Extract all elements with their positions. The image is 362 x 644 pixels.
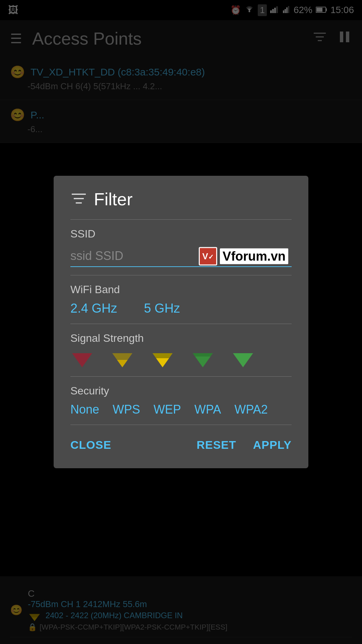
modal-overlay: Filter SSID V✓ Vforum.vn WiFi Band [0,0,362,644]
divider-1 [70,219,292,220]
vforum-text: Vforum.vn [220,249,288,264]
ssid-label: SSID [70,228,292,240]
vforum-watermark: V✓ Vforum.vn [199,247,288,266]
signal-level-3[interactable] [151,350,174,368]
ssid-section: SSID V✓ Vforum.vn [70,228,292,267]
divider-4 [70,376,292,377]
signal-strength-section: Signal Strength [70,332,292,368]
security-wpa2[interactable]: WPA2 [234,402,267,417]
security-section: Security None WPS WEP WPA WPA2 [70,385,292,417]
close-button[interactable]: CLOSE [70,438,111,451]
filter-dialog: Filter SSID V✓ Vforum.vn WiFi Band [54,176,308,468]
security-none[interactable]: None [70,402,99,417]
vforum-logo: V✓ [199,247,217,266]
band-2-4ghz[interactable]: 2.4 GHz [70,301,117,316]
wifi-band-label: WiFi Band [70,283,292,296]
divider-2 [70,275,292,275]
signal-level-4[interactable] [191,350,215,368]
divider-5 [70,425,292,425]
security-wep[interactable]: WEP [154,402,181,417]
band-5ghz[interactable]: 5 GHz [144,301,180,316]
svg-marker-20 [72,353,92,367]
signal-strength-label: Signal Strength [70,332,292,344]
security-label: Security [70,385,292,397]
security-wps[interactable]: WPS [113,402,140,417]
signal-level-1[interactable] [70,350,94,368]
svg-marker-30 [233,353,253,367]
security-wpa[interactable]: WPA [194,402,221,417]
filter-icon-dialog [70,192,87,207]
divider-3 [70,324,292,324]
reset-button[interactable]: RESET [196,438,236,451]
dialog-header: Filter [70,189,292,209]
wifi-band-options: 2.4 GHz 5 GHz [70,301,292,316]
wifi-band-section: WiFi Band 2.4 GHz 5 GHz [70,283,292,316]
ssid-input-container: V✓ Vforum.vn [70,246,292,267]
dialog-title: Filter [94,189,133,209]
apply-button[interactable]: APPLY [253,438,292,451]
signal-level-5[interactable] [231,350,255,368]
signal-level-2[interactable] [111,350,134,368]
signal-icons-row [70,350,292,368]
dialog-buttons: CLOSE RESET APPLY [70,438,292,451]
security-options-row: None WPS WEP WPA WPA2 [70,402,292,417]
